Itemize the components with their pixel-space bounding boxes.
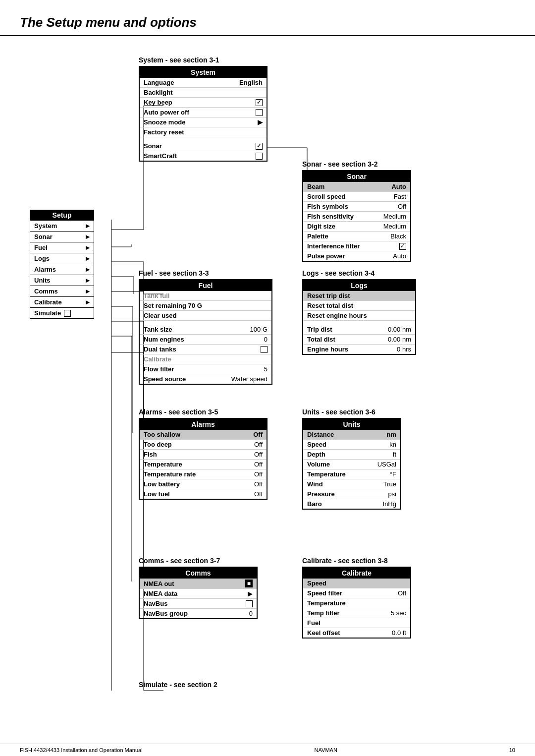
row-label: Depth xyxy=(307,451,325,458)
row-value: Off xyxy=(254,451,263,458)
panel-row: Factory reset xyxy=(140,127,267,137)
sidebar-item-label: Sonar xyxy=(34,233,53,240)
calibrate-section: Calibrate - see section 3-8 Calibrate Sp… xyxy=(302,557,411,639)
calibrate-panel-title: Calibrate xyxy=(303,568,410,579)
smartcraft-checkbox[interactable] xyxy=(256,153,263,160)
interference-checkbox[interactable] xyxy=(399,243,406,250)
panel-row: Clear used xyxy=(140,311,271,321)
panel-row: Temperature Off xyxy=(140,460,267,469)
sidebar-item-calibrate[interactable]: Calibrate ▶ xyxy=(30,297,94,308)
row-label: Speed filter xyxy=(307,589,342,597)
sonar-checkbox[interactable] xyxy=(256,143,263,150)
panel-row: Engine hours 0 hrs xyxy=(303,345,415,354)
sidebar-item-label: Comms xyxy=(34,288,58,295)
dual-tanks-checkbox[interactable] xyxy=(261,346,268,353)
panel-row: Scroll speed Fast xyxy=(303,192,410,202)
comms-section-label: Comms - see section 3-7 xyxy=(139,557,258,565)
auto-power-checkbox[interactable] xyxy=(256,109,263,116)
sidebar-item-label: Fuel xyxy=(34,244,48,251)
key-beep-checkbox[interactable] xyxy=(256,99,263,106)
alarms-panel-title: Alarms xyxy=(140,419,267,430)
panel-row: Speed filter Off xyxy=(303,588,410,598)
row-label: Wind xyxy=(307,480,323,488)
row-value: ▶ xyxy=(248,590,253,597)
sidebar-item-label: Simulate xyxy=(34,309,61,317)
panel-row: Wind True xyxy=(303,479,400,489)
panel-row: Tank size 100 G xyxy=(140,325,271,335)
navbus-checkbox[interactable] xyxy=(246,600,253,607)
row-label: Speed source xyxy=(144,375,186,383)
panel-row: Calibrate xyxy=(140,354,271,364)
row-value: Off xyxy=(254,441,263,448)
row-label: Engine hours xyxy=(307,346,348,353)
panel-row: Fish symbols Off xyxy=(303,202,410,212)
row-label: Dual tanks xyxy=(144,346,176,353)
row-label: Distance xyxy=(307,431,334,438)
sidebar-item-fuel[interactable]: Fuel ▶ xyxy=(30,242,94,253)
arrow-icon: ▶ xyxy=(86,289,90,294)
row-value: 0 xyxy=(249,610,253,617)
panel-row: Set remaining 70 G xyxy=(140,301,271,311)
row-value: °F xyxy=(390,470,396,478)
row-value: ft xyxy=(393,451,396,458)
sidebar-item-units[interactable]: Units ▶ xyxy=(30,275,94,286)
alarms-section-label: Alarms - see section 3-5 xyxy=(139,408,268,416)
sidebar-item-sonar[interactable]: Sonar ▶ xyxy=(30,232,94,242)
page-title: The Setup menu and options xyxy=(20,15,515,30)
simulate-section-label: Simulate - see section 2 xyxy=(139,681,217,689)
row-label: Scroll speed xyxy=(307,193,345,200)
panel-row: Digit size Medium xyxy=(303,222,410,232)
sidebar-item-alarms[interactable]: Alarms ▶ xyxy=(30,264,94,275)
row-value: 100 G xyxy=(250,326,268,333)
panel-row: Language English xyxy=(140,78,267,88)
row-value: Off xyxy=(398,203,406,210)
row-label: Auto power off xyxy=(144,109,189,116)
row-label: Fish symbols xyxy=(307,203,348,210)
calibrate-section-label: Calibrate - see section 3-8 xyxy=(302,557,411,565)
sidebar-item-simulate[interactable]: Simulate xyxy=(30,308,94,319)
row-label: Language xyxy=(144,79,174,86)
sidebar-item-comms[interactable]: Comms ▶ xyxy=(30,286,94,297)
row-label: Sonar xyxy=(144,142,162,150)
arrow-icon: ▶ xyxy=(86,299,90,305)
row-value: True xyxy=(383,480,396,488)
panel-gap xyxy=(140,321,271,325)
logs-panel: Logs Reset trip dist Reset total dist Re… xyxy=(302,279,416,355)
panel-row: Palette Black xyxy=(303,232,410,241)
panel-row: Fuel xyxy=(303,618,410,628)
row-value: ▶ xyxy=(258,118,263,126)
row-label: Fish sensitivity xyxy=(307,213,354,220)
row-value: Black xyxy=(390,233,406,240)
panel-row: Flow filter 5 xyxy=(140,364,271,374)
footer-right: 10 xyxy=(509,747,515,753)
fuel-panel: Fuel Tank full Set remaining 70 G Clear … xyxy=(139,279,272,385)
row-label: Temp filter xyxy=(307,609,340,617)
panel-row: Temperature rate Off xyxy=(140,469,267,479)
row-label: NMEA out xyxy=(144,580,174,587)
system-panel-title: System xyxy=(140,67,267,78)
units-section: Units - see section 3-6 Units Distance n… xyxy=(302,408,401,510)
row-label: Low fuel xyxy=(144,490,170,498)
sidebar-item-system[interactable]: System ▶ xyxy=(30,221,94,232)
row-label: Interference filter xyxy=(307,242,360,250)
logs-section-label: Logs - see section 3-4 xyxy=(302,269,416,277)
sidebar-item-logs[interactable]: Logs ▶ xyxy=(30,253,94,264)
row-value: 0.00 nm xyxy=(388,336,411,343)
arrow-icon: ▶ xyxy=(86,278,90,283)
panel-row: Dual tanks xyxy=(140,345,271,354)
row-label: Pressure xyxy=(307,490,335,498)
row-label: Total dist xyxy=(307,336,335,343)
panel-row: Beam Auto xyxy=(303,182,410,192)
panel-row: Temperature °F xyxy=(303,469,400,479)
alarms-section: Alarms - see section 3-5 Alarms Too shal… xyxy=(139,408,268,500)
row-value: Auto xyxy=(393,252,406,260)
row-value: InHg xyxy=(383,500,396,508)
footer-center: NAVMAN xyxy=(315,747,337,753)
row-label: NavBus group xyxy=(144,610,188,617)
row-label: Trip dist xyxy=(307,326,332,333)
row-label: Keel offset xyxy=(307,629,340,637)
row-value: Medium xyxy=(383,223,406,230)
row-value: USGal xyxy=(377,461,396,468)
simulate-checkbox[interactable] xyxy=(64,310,71,317)
row-value: Off xyxy=(254,490,263,498)
